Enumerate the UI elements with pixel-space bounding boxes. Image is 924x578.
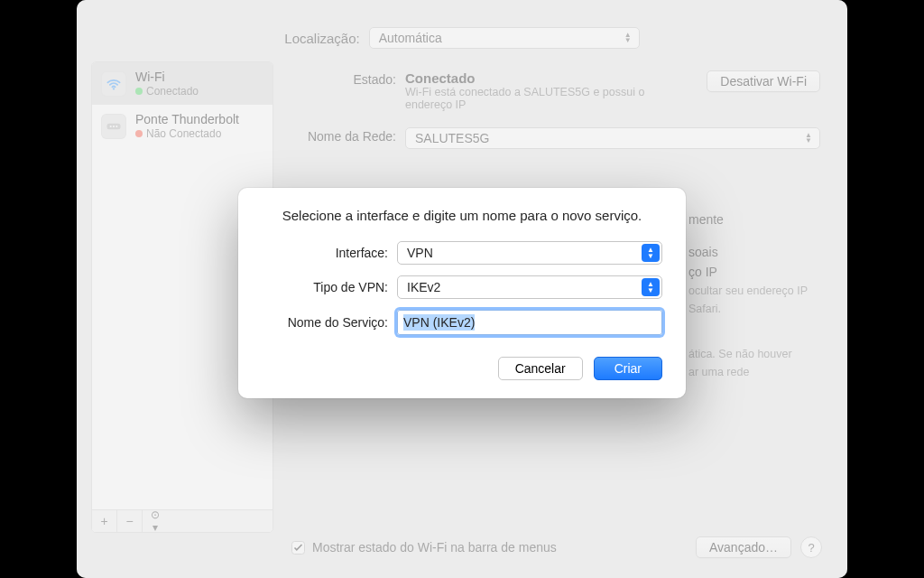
- vpn-type-select[interactable]: IKEv2 ▲▼: [397, 275, 662, 299]
- new-service-dialog: Selecione a interface e digite um nome p…: [238, 188, 686, 398]
- interface-select[interactable]: VPN ▲▼: [397, 241, 662, 265]
- interface-label: Interface:: [262, 246, 388, 260]
- vpn-type-label: Tipo de VPN:: [262, 280, 388, 294]
- service-name-label: Nome do Serviço:: [262, 315, 388, 330]
- service-name-value: VPN (IKEv2): [403, 314, 475, 331]
- chevron-updown-icon: ▲▼: [642, 278, 660, 296]
- create-button[interactable]: Criar: [594, 357, 662, 380]
- interface-value: VPN: [407, 246, 433, 260]
- vpn-type-value: IKEv2: [407, 280, 440, 294]
- chevron-updown-icon: ▲▼: [642, 244, 660, 262]
- dialog-title: Selecione a interface e digite um nome p…: [262, 208, 662, 223]
- service-name-input[interactable]: VPN (IKEv2): [397, 310, 662, 335]
- cancel-button[interactable]: Cancelar: [498, 357, 583, 380]
